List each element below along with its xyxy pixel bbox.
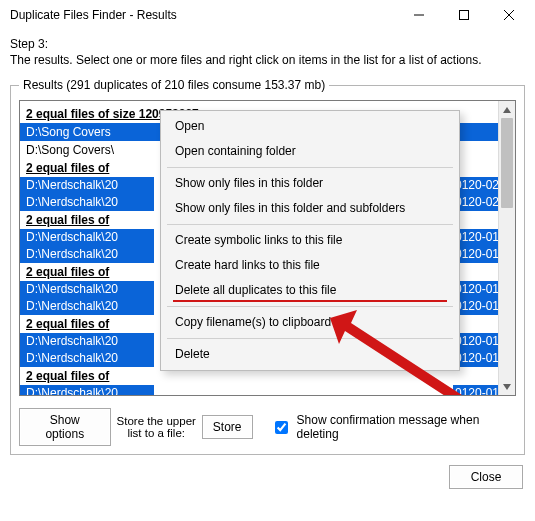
svg-rect-0 [459,11,468,20]
scroll-up-icon[interactable] [499,101,515,118]
scroll-down-icon[interactable] [499,378,515,395]
menu-show-folder[interactable]: Show only files in this folder [163,171,457,196]
title-bar: Duplicate Files Finder - Results [0,0,535,30]
confirm-checkbox-wrap[interactable]: Show confirmation message when deleting [271,413,516,441]
scroll-thumb[interactable] [501,118,513,208]
scroll-track[interactable] [499,118,515,378]
menu-separator-icon [167,167,453,168]
context-menu: Open Open containing folder Show only fi… [160,110,460,371]
maximize-button[interactable] [441,1,486,29]
menu-separator-icon [167,338,453,339]
menu-open[interactable]: Open [163,114,457,139]
step-heading: Step 3: [10,36,525,52]
menu-separator-icon [167,306,453,307]
list-item[interactable]: D:\Nerdschalk\200120-0158 [20,385,515,395]
close-button[interactable]: Close [449,465,523,489]
menu-separator-icon [167,224,453,225]
confirm-checkbox[interactable] [275,421,288,434]
dialog-footer: Close [0,461,535,497]
window-title: Duplicate Files Finder - Results [10,8,396,22]
store-button[interactable]: Store [202,415,253,439]
menu-delete[interactable]: Delete [163,342,457,367]
results-footer: Show options Store the upper list to a f… [19,408,516,446]
menu-delete-dupes[interactable]: Delete all duplicates to this file [163,278,457,303]
menu-hardlink[interactable]: Create hard links to this file [163,253,457,278]
results-group: Results (291 duplicates of 210 files con… [10,78,525,455]
menu-show-subfolders[interactable]: Show only files in this folder and subfo… [163,196,457,221]
step-description: Step 3: The results. Select one or more … [0,30,535,76]
scrollbar[interactable] [498,101,515,395]
menu-copy-filenames[interactable]: Copy filename(s) to clipboard [163,310,457,335]
results-list[interactable]: 2 equal files of size 120958327 D:\Song … [19,100,516,396]
confirm-label: Show confirmation message when deleting [297,413,516,441]
step-text: The results. Select one or more files an… [10,52,525,68]
store-label: Store the upper list to a file: [117,415,196,439]
minimize-button[interactable] [396,1,441,29]
results-legend: Results (291 duplicates of 210 files con… [19,78,329,92]
show-options-button[interactable]: Show options [19,408,111,446]
menu-open-folder[interactable]: Open containing folder [163,139,457,164]
menu-symlink[interactable]: Create symbolic links to this file [163,228,457,253]
close-window-button[interactable] [486,1,531,29]
